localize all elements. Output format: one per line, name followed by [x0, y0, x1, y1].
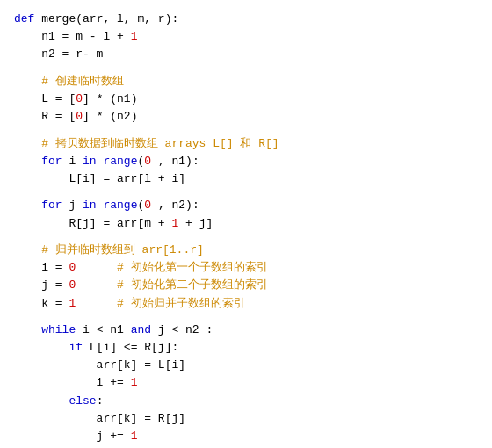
code-token: j: [62, 199, 83, 212]
code-line: else:: [14, 393, 478, 410]
code-line: for j in range(0 , n2):: [14, 197, 478, 214]
code-token: i =: [14, 261, 69, 274]
code-token: [14, 323, 41, 336]
code-token: # 拷贝数据到临时数组 arrays L[] 和 R[]: [14, 137, 279, 150]
code-token: # 初始归并子数组的索引: [76, 297, 244, 310]
code-token: 1: [131, 430, 138, 443]
code-line: R = [0] * (n2): [14, 108, 478, 126]
code-token: merge: [41, 12, 76, 25]
code-line: if L[i] <= R[j]:: [14, 339, 478, 357]
code-token: + j]: [178, 217, 213, 230]
code-token: if: [69, 341, 83, 354]
code-line: i = 0 # 初始化第一个子数组的索引: [14, 259, 478, 277]
code-token: # 归并临时数组到 arr[1..r]: [14, 243, 204, 257]
code-token: else: [69, 394, 96, 408]
code-token: j +=: [14, 430, 131, 443]
code-token: range: [103, 199, 137, 212]
code-line: R[j] = arr[m + 1 + j]: [14, 215, 478, 233]
code-token: 0: [144, 155, 151, 168]
code-token: L[i] <= R[j]:: [83, 341, 178, 354]
code-token: # 初始化第二个子数组的索引: [76, 278, 267, 292]
code-token: range: [103, 155, 137, 168]
code-token: , n2):: [151, 199, 199, 212]
code-token: for: [41, 155, 62, 168]
code-token: R = [: [14, 110, 76, 123]
code-line: while i < n1 and j < n2 :: [14, 322, 478, 339]
code-token: i +=: [14, 376, 131, 389]
code-editor: def merge(arr, l, m, r): n1 = m - l + 1 …: [14, 11, 478, 448]
code-token: in: [83, 155, 97, 168]
code-token: L = [: [14, 92, 76, 105]
code-line: def merge(arr, l, m, r):: [14, 11, 478, 28]
code-token: def: [14, 12, 41, 25]
code-token: [14, 394, 69, 408]
code-token: k =: [14, 297, 69, 310]
code-token: (arr, l, m, r):: [76, 12, 178, 25]
code-token: [14, 155, 41, 168]
code-line: [14, 188, 478, 197]
code-line: # 创建临时数组: [14, 73, 478, 90]
code-token: L[i] = arr[l + i]: [14, 172, 185, 185]
code-line: [14, 233, 478, 242]
code-line: [14, 126, 478, 134]
code-line: j += 1: [14, 428, 478, 445]
code-line: [14, 63, 478, 72]
code-token: :: [97, 394, 104, 408]
code-token: arr[k] = R[j]: [14, 412, 185, 425]
code-line: arr[k] = R[j]: [14, 410, 478, 428]
code-token: [14, 341, 69, 354]
code-line: # 归并临时数组到 arr[1..r]: [14, 242, 478, 259]
code-token: i: [62, 155, 83, 168]
code-line: for i in range(0 , n1):: [14, 153, 478, 170]
code-line: k = 1 # 初始归并子数组的索引: [14, 295, 478, 313]
code-token: arr[k] = L[i]: [14, 358, 185, 372]
code-token: and: [131, 323, 151, 336]
code-token: # 初始化第一个子数组的索引: [76, 261, 267, 274]
code-token: , n1):: [151, 155, 199, 168]
code-line: n2 = r- m: [14, 46, 478, 63]
code-token: [14, 199, 41, 212]
code-token: while: [41, 323, 76, 336]
code-line: arr[k] = L[i]: [14, 357, 478, 374]
code-token: R[j] = arr[m +: [14, 217, 171, 230]
code-token: 1: [131, 30, 138, 43]
code-line: L[i] = arr[l + i]: [14, 170, 478, 188]
code-token: 0: [144, 199, 151, 212]
code-token: j < n2 :: [151, 323, 213, 336]
code-token: # 创建临时数组: [14, 75, 124, 88]
code-token: in: [83, 199, 97, 212]
code-line: L = [0] * (n1): [14, 90, 478, 108]
code-token: j =: [14, 278, 69, 292]
code-token: ] * (n2): [83, 110, 137, 123]
code-token: 1: [131, 376, 138, 389]
code-token: n1 = m - l +: [14, 30, 131, 43]
code-token: n2 = r- m: [14, 47, 103, 61]
code-line: j = 0 # 初始化第二个子数组的索引: [14, 277, 478, 294]
code-token: i < n1: [76, 323, 130, 336]
code-token: 0: [76, 92, 83, 105]
code-line: i += 1: [14, 374, 478, 392]
code-line: [14, 313, 478, 322]
code-token: ] * (n1): [83, 92, 137, 105]
code-token: 0: [76, 110, 83, 123]
code-line: # 拷贝数据到临时数组 arrays L[] 和 R[]: [14, 135, 478, 153]
code-token: for: [41, 199, 62, 212]
code-line: n1 = m - l + 1: [14, 28, 478, 46]
